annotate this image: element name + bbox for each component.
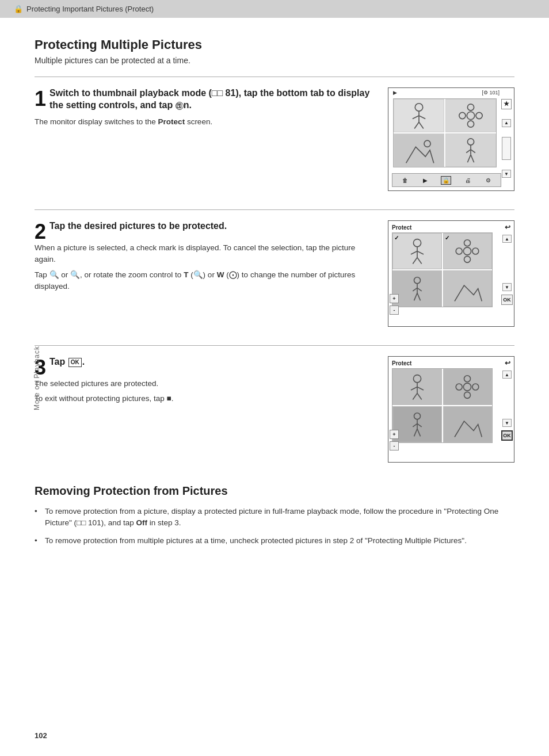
svg-point-35 xyxy=(413,375,421,383)
protect1-back[interactable]: ↩ xyxy=(505,223,510,231)
svg-point-7 xyxy=(467,104,474,110)
step-1-number: 1 xyxy=(35,89,46,109)
protect2-nav-down[interactable]: ▼ xyxy=(502,419,512,427)
nav-mid xyxy=(502,137,511,160)
protect2-thumb2[interactable] xyxy=(443,369,493,405)
nav-up[interactable]: ▲ xyxy=(502,119,511,127)
protect1-nav-down[interactable]: ▼ xyxy=(502,283,512,291)
screen1-info: [⚙ 101] xyxy=(482,90,500,96)
protect2-topbar: Protect ↩ xyxy=(388,358,514,368)
protect1-ok-btn[interactable]: OK xyxy=(501,295,513,305)
protect2-thumb1[interactable] xyxy=(392,369,442,405)
step-1-left: 1 Switch to thumbnail playback mode (□□ … xyxy=(35,87,374,131)
svg-line-38 xyxy=(417,387,424,391)
svg-line-48 xyxy=(413,423,417,427)
removing-title: Removing Protection from Pictures xyxy=(35,484,514,498)
protect-om-icon: ⚿ xyxy=(176,102,184,110)
step-3-heading: Tap OK. xyxy=(49,356,374,368)
svg-point-0 xyxy=(415,104,422,111)
svg-line-49 xyxy=(417,423,422,427)
protect2-zoom-btns: + - xyxy=(390,430,399,450)
protect1-thumb3[interactable] xyxy=(392,270,442,307)
tb-delete: 🗑 xyxy=(401,177,409,184)
svg-line-17 xyxy=(471,155,474,162)
screen1-topbar: ▶ [⚙ 101] xyxy=(393,90,500,96)
svg-line-21 xyxy=(417,251,424,255)
header-bar: 🔒 Protecting Important Pictures (Protect… xyxy=(0,0,549,18)
tb-print: 🖨 xyxy=(464,177,472,184)
divider1 xyxy=(35,77,514,77)
protect2-sidebar: ▲ ▼ OK xyxy=(501,368,513,443)
step-2-heading: Tap the desired pictures to be protected… xyxy=(49,220,374,232)
step-3-left: 3 Tap OK. The selected pictures are prot… xyxy=(35,356,374,408)
svg-point-12 xyxy=(467,139,474,145)
protect1-zoom-btns: + - xyxy=(390,294,399,315)
step-1-heading-wrap: 1 Switch to thumbnail playback mode (□□ … xyxy=(35,87,374,116)
svg-line-40 xyxy=(417,394,422,400)
step-2-heading-wrap: 2 Tap the desired pictures to be protect… xyxy=(35,220,374,242)
step-2-screen: Protect ↩ xyxy=(388,220,514,327)
section1-subtitle: Multiple pictures can be protected at a … xyxy=(35,56,514,65)
svg-line-33 xyxy=(414,293,417,300)
svg-line-34 xyxy=(417,293,421,300)
screen-protect2: Protect ↩ xyxy=(388,356,514,463)
tb-play: ▶ xyxy=(422,177,429,184)
zoom-in-btn[interactable]: + xyxy=(390,294,399,303)
protect1-thumb4[interactable] xyxy=(443,270,493,307)
zoom-in-btn2[interactable]: + xyxy=(390,430,399,439)
svg-point-24 xyxy=(464,247,471,255)
divider3 xyxy=(35,345,514,346)
protect2-nav-up[interactable]: ▲ xyxy=(502,371,512,379)
protect1-nav-up[interactable]: ▲ xyxy=(502,235,512,243)
ok-box-icon: OK xyxy=(68,358,82,367)
star-btn[interactable]: ★ xyxy=(501,99,512,109)
removing-bullet-2: To remove protection from multiple pictu… xyxy=(35,535,514,547)
screen1-mode-icon: ▶ xyxy=(393,90,397,96)
screen1-sidebar: ★ ▲ ▼ xyxy=(500,94,513,183)
svg-point-18 xyxy=(413,239,421,247)
protect2-back[interactable]: ↩ xyxy=(505,359,510,367)
svg-point-42 xyxy=(464,376,471,382)
svg-line-32 xyxy=(417,288,422,291)
protect1-title: Protect xyxy=(392,224,411,231)
thumb-1 xyxy=(394,99,444,132)
step-2-row: 2 Tap the desired pictures to be protect… xyxy=(35,220,514,331)
svg-line-14 xyxy=(466,150,471,153)
svg-line-23 xyxy=(417,258,422,264)
zoom-out-btn[interactable]: - xyxy=(390,306,399,315)
protect2-title: Protect xyxy=(392,360,411,366)
step-3-row: 3 Tap OK. The selected pictures are prot… xyxy=(35,356,514,467)
tb-protect-active[interactable]: 🔒 xyxy=(441,176,451,185)
step-1-screen: ▶ [⚙ 101] xyxy=(388,87,514,191)
protect1-topbar: Protect ↩ xyxy=(388,223,514,232)
svg-point-25 xyxy=(464,240,471,246)
svg-point-46 xyxy=(414,413,420,419)
protect2-thumb4[interactable] xyxy=(443,406,493,442)
svg-line-15 xyxy=(471,150,475,153)
thumb-3 xyxy=(394,133,444,167)
zoom-out-btn2[interactable]: - xyxy=(390,441,399,450)
svg-line-31 xyxy=(413,288,417,291)
step-2-body1: When a picture is selected, a check mark… xyxy=(35,242,374,266)
step-1-heading: Switch to thumbnail playback mode (□□ 81… xyxy=(49,87,374,112)
svg-line-39 xyxy=(413,394,417,400)
svg-line-37 xyxy=(411,387,417,391)
thumb-4 xyxy=(445,133,496,167)
step-3-body2: To exit without protecting pictures, tap… xyxy=(35,393,374,404)
step-1-row: 1 Switch to thumbnail playback mode (□□ … xyxy=(35,87,514,196)
protect2-thumb3[interactable] xyxy=(392,406,442,442)
protect1-thumb1[interactable] xyxy=(392,233,442,269)
section1-title: Protecting Multiple Pictures xyxy=(35,37,514,52)
nav-down[interactable]: ▼ xyxy=(502,170,511,178)
step-2-left: 2 Tap the desired pictures to be protect… xyxy=(35,220,374,296)
page-number: 102 xyxy=(35,731,47,740)
screen1-box: ▶ [⚙ 101] xyxy=(388,87,514,191)
protect-icon: 🔒 xyxy=(14,5,23,13)
svg-point-6 xyxy=(467,112,474,119)
side-label: More on Playback xyxy=(33,346,41,410)
protect1-thumb2[interactable] xyxy=(443,233,493,269)
svg-line-50 xyxy=(414,429,417,436)
svg-point-26 xyxy=(464,256,471,262)
protect2-ok-btn-highlighted[interactable]: OK xyxy=(501,430,513,441)
step-2-body2: Tap 🔍 or 🔍, or rotate the zoom control t… xyxy=(35,269,374,293)
